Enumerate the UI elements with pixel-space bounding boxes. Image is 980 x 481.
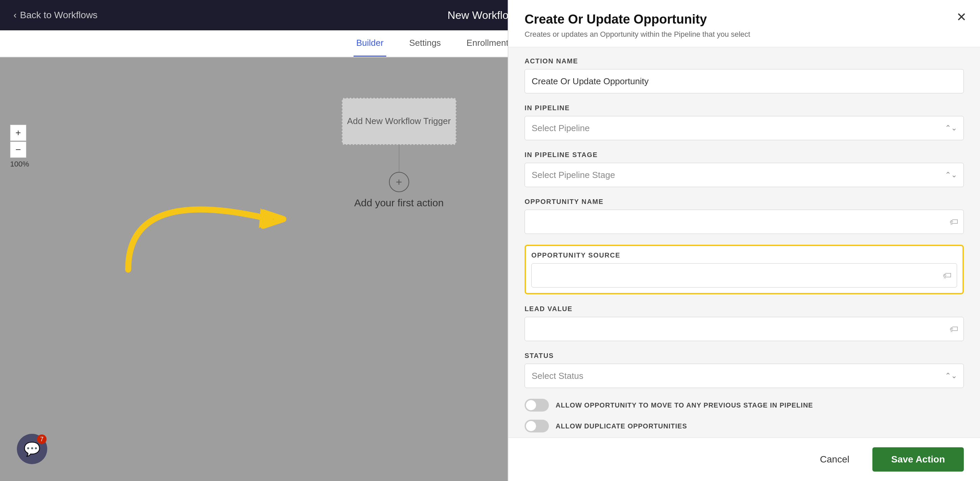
zoom-out-button[interactable]: − <box>10 141 26 158</box>
connector-line <box>399 145 399 172</box>
lead-value-field-group: LEAD VALUE 🏷 <box>525 305 964 341</box>
in-pipeline-stage-select[interactable]: Select Pipeline Stage <box>525 163 964 187</box>
action-name-input[interactable] <box>525 69 964 94</box>
add-first-action-label: Add your first action <box>354 197 444 209</box>
status-label: STATUS <box>525 352 964 360</box>
allow-previous-stage-toggle-row: ALLOW OPPORTUNITY TO MOVE TO ANY PREVIOU… <box>525 399 964 411</box>
svg-marker-0 <box>259 208 270 229</box>
notification-badge: 7 <box>37 435 46 444</box>
tab-builder[interactable]: Builder <box>353 30 386 57</box>
status-select-wrapper: Select Status ⌃⌄ <box>525 364 964 388</box>
tab-settings[interactable]: Settings <box>407 30 444 57</box>
panel-footer: Cancel Save Action <box>508 438 980 481</box>
allow-duplicate-label: ALLOW DUPLICATE OPPORTUNITIES <box>555 422 687 430</box>
panel-close-button[interactable]: ✕ <box>956 10 967 24</box>
in-pipeline-select[interactable]: Select Pipeline <box>525 116 964 140</box>
in-pipeline-label: IN PIPELINE <box>525 104 964 112</box>
opportunity-source-input[interactable] <box>531 263 957 287</box>
back-arrow-icon: ‹ <box>13 10 16 21</box>
opportunity-name-tag-icon: 🏷 <box>950 217 958 227</box>
opportunity-name-field-group: OPPORTUNITY NAME 🏷 <box>525 198 964 234</box>
trigger-box[interactable]: Add New Workflow Trigger <box>342 98 457 145</box>
status-field-group: STATUS Select Status ⌃⌄ <box>525 352 964 388</box>
opportunity-source-label: OPPORTUNITY SOURCE <box>531 251 957 259</box>
in-pipeline-stage-select-wrapper: Select Pipeline Stage ⌃⌄ <box>525 163 964 187</box>
panel-body: ACTION NAME IN PIPELINE Select Pipeline … <box>508 47 980 438</box>
allow-duplicate-toggle-row: ALLOW DUPLICATE OPPORTUNITIES <box>525 420 964 432</box>
panel-title: Create Or Update Opportunity <box>525 12 964 27</box>
lead-value-label: LEAD VALUE <box>525 305 964 313</box>
opportunity-source-tag-icon: 🏷 <box>943 270 952 281</box>
in-pipeline-stage-label: IN PIPELINE STAGE <box>525 151 964 159</box>
back-button[interactable]: ‹ Back to Workflows <box>13 10 97 21</box>
allow-previous-stage-toggle[interactable] <box>525 399 549 411</box>
action-name-field-group: ACTION NAME <box>525 57 964 94</box>
zoom-controls: + − 100% <box>10 125 29 168</box>
opportunity-name-input-wrapper: 🏷 <box>525 210 964 234</box>
panel-header: Create Or Update Opportunity Creates or … <box>508 0 980 47</box>
opportunity-name-input[interactable] <box>525 210 964 234</box>
in-pipeline-field-group: IN PIPELINE Select Pipeline ⌃⌄ <box>525 104 964 140</box>
chat-badge[interactable]: 💬 7 <box>17 434 47 464</box>
lead-value-tag-icon: 🏷 <box>950 324 958 334</box>
status-select[interactable]: Select Status <box>525 364 964 388</box>
lead-value-input-wrapper: 🏷 <box>525 317 964 341</box>
yellow-arrow <box>101 152 405 287</box>
add-action-circle[interactable]: + <box>389 172 409 192</box>
allow-duplicate-toggle[interactable] <box>525 420 549 432</box>
cancel-button[interactable]: Cancel <box>804 447 865 471</box>
in-pipeline-select-wrapper: Select Pipeline ⌃⌄ <box>525 116 964 140</box>
save-action-button[interactable]: Save Action <box>872 447 964 471</box>
back-label: Back to Workflows <box>20 10 97 21</box>
allow-previous-stage-toggle-knob <box>526 400 536 410</box>
opportunity-source-input-wrapper: 🏷 <box>531 263 957 287</box>
zoom-in-button[interactable]: + <box>10 125 26 141</box>
allow-duplicate-toggle-knob <box>526 421 536 431</box>
action-name-label: ACTION NAME <box>525 57 964 65</box>
panel-subtitle: Creates or updates an Opportunity within… <box>525 30 964 39</box>
opportunity-source-field-group: OPPORTUNITY SOURCE 🏷 <box>525 245 964 294</box>
in-pipeline-stage-field-group: IN PIPELINE STAGE Select Pipeline Stage … <box>525 151 964 187</box>
lead-value-input[interactable] <box>525 317 964 341</box>
zoom-level: 100% <box>10 160 29 168</box>
chat-icon: 💬 <box>24 441 40 457</box>
allow-previous-stage-label: ALLOW OPPORTUNITY TO MOVE TO ANY PREVIOU… <box>555 402 813 409</box>
opportunity-name-label: OPPORTUNITY NAME <box>525 198 964 206</box>
right-panel: Create Or Update Opportunity Creates or … <box>508 0 980 481</box>
chat-icon-background: 💬 7 <box>17 434 47 464</box>
